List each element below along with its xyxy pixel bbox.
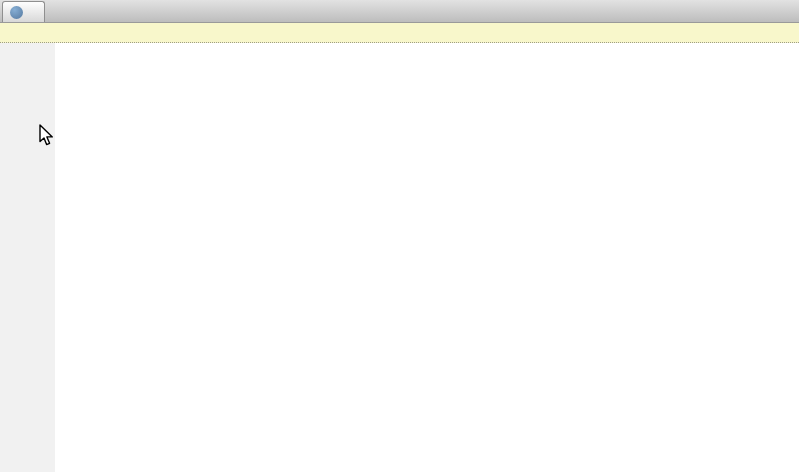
editor-tab-bar (0, 0, 799, 23)
tab-descendant-token-check[interactable] (2, 1, 45, 22)
code-editor[interactable] (0, 0, 799, 472)
editor-gutter[interactable] (0, 0, 55, 472)
ide-window (0, 0, 799, 472)
sdk-warning-banner (0, 23, 799, 43)
mouse-cursor (38, 124, 55, 147)
class-icon (10, 6, 23, 19)
